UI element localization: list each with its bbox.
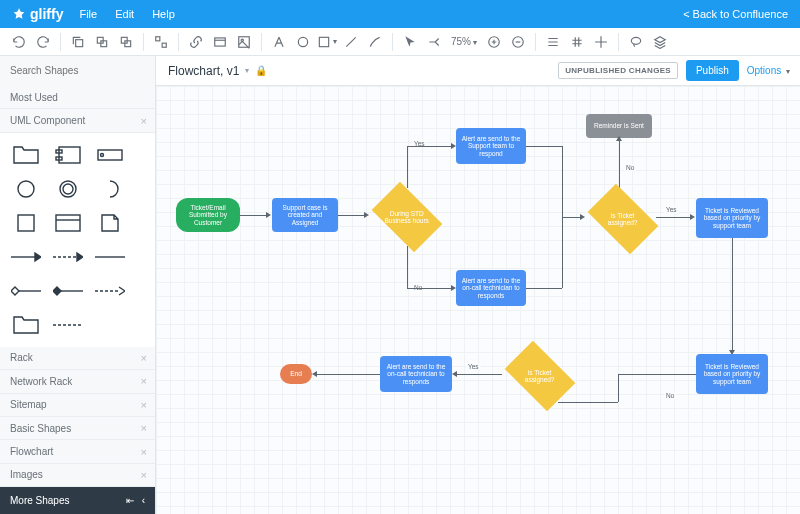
svg-rect-8: [239, 36, 250, 47]
options-dropdown[interactable]: Options ▾: [747, 65, 790, 76]
cat-network-rack[interactable]: Network Rack×: [0, 370, 155, 393]
shape-folder[interactable]: [10, 143, 42, 167]
shape-folder2[interactable]: [10, 313, 42, 337]
node-start[interactable]: Ticket/Email Submitted by Customer: [176, 198, 240, 232]
label-yes: Yes: [664, 206, 679, 213]
search-shapes-input[interactable]: [0, 56, 156, 86]
svg-rect-0: [76, 39, 83, 46]
shape-double-dash-arrow[interactable]: [94, 279, 126, 303]
front-button[interactable]: [91, 31, 113, 53]
cat-flowchart[interactable]: Flowchart×: [0, 440, 155, 463]
canvas[interactable]: Ticket/Email Submitted by Customer Suppo…: [156, 86, 800, 514]
link-button[interactable]: [185, 31, 207, 53]
cat-uml-component[interactable]: UML Component×: [0, 109, 155, 132]
close-icon[interactable]: ×: [141, 399, 147, 411]
shape-diamond-fill-end[interactable]: [52, 279, 84, 303]
more-shapes-button[interactable]: More Shapes ⇤ ‹: [0, 487, 155, 514]
svg-rect-6: [162, 43, 166, 47]
close-icon[interactable]: ×: [141, 469, 147, 481]
back-to-confluence-link[interactable]: < Back to Confluence: [683, 8, 788, 20]
connector-tool[interactable]: [423, 31, 445, 53]
zoom-out[interactable]: [507, 31, 529, 53]
menu-help[interactable]: Help: [152, 8, 175, 20]
shape-note[interactable]: [94, 211, 126, 235]
shape-ring[interactable]: [52, 177, 84, 201]
close-icon[interactable]: ×: [141, 375, 147, 387]
label-no: No: [664, 392, 676, 399]
unpublished-badge: UNPUBLISHED CHANGES: [558, 62, 678, 79]
node-alert-support[interactable]: Alert are send to the Support team to re…: [456, 128, 526, 164]
popup-button[interactable]: [209, 31, 231, 53]
svg-point-20: [18, 181, 34, 197]
cat-most-used[interactable]: Most Used: [0, 86, 155, 109]
menu-edit[interactable]: Edit: [115, 8, 134, 20]
row2: Flowchart, v1 ▾ 🔒 UNPUBLISHED CHANGES Pu…: [0, 56, 800, 86]
label-no: No: [624, 164, 636, 171]
shape-arrow-solid[interactable]: [10, 245, 42, 269]
node-business-hours[interactable]: During STD Business hours: [372, 182, 443, 253]
text-tool[interactable]: [268, 31, 290, 53]
svg-point-14: [631, 37, 640, 44]
redo-button[interactable]: [32, 31, 54, 53]
square-tool[interactable]: ▾: [316, 31, 338, 53]
collapse-icon: ⇤: [126, 495, 134, 506]
circle-tool[interactable]: [292, 31, 314, 53]
pointer-tool[interactable]: [399, 31, 421, 53]
svg-point-22: [63, 184, 73, 194]
close-icon[interactable]: ×: [141, 115, 147, 127]
shape-box[interactable]: [52, 211, 84, 235]
shape-diamond-end[interactable]: [10, 279, 42, 303]
undo-button[interactable]: [8, 31, 30, 53]
shape-sidebar: Most Used UML Component× Rack× Network R…: [0, 86, 156, 514]
node-alert-oncall[interactable]: Alert are send to the on-call technician…: [456, 270, 526, 306]
cat-basic-shapes[interactable]: Basic Shapes×: [0, 417, 155, 440]
svg-rect-18: [98, 150, 122, 160]
node-alert-oncall-2[interactable]: Alert are send to the on-call technician…: [380, 356, 452, 392]
draw-tool[interactable]: [364, 31, 386, 53]
document-title[interactable]: Flowchart, v1 ▾ 🔒: [156, 64, 279, 78]
zoom-in[interactable]: [483, 31, 505, 53]
menu-bar: File Edit Help: [79, 8, 174, 20]
grid-button[interactable]: [566, 31, 588, 53]
toolbar: ▾ 75%▾: [0, 28, 800, 56]
publish-button[interactable]: Publish: [686, 60, 739, 81]
close-icon[interactable]: ×: [141, 446, 147, 458]
shape-line[interactable]: [94, 245, 126, 269]
group-button[interactable]: [150, 31, 172, 53]
close-icon[interactable]: ×: [141, 352, 147, 364]
shape-arrow-dashed[interactable]: [52, 245, 84, 269]
node-create-case[interactable]: Support case is created and Assigned: [272, 198, 338, 232]
node-review-priority-1[interactable]: Ticket is Reviewed based on priority by …: [696, 198, 768, 238]
layers-button[interactable]: [649, 31, 671, 53]
image-button[interactable]: [233, 31, 255, 53]
svg-point-19: [101, 153, 104, 156]
title-dropdown-icon: ▾: [245, 66, 249, 75]
lasso-button[interactable]: [625, 31, 647, 53]
line-tool[interactable]: [340, 31, 362, 53]
svg-rect-7: [215, 37, 226, 45]
close-icon[interactable]: ×: [141, 422, 147, 434]
back-button[interactable]: [115, 31, 137, 53]
zoom-level[interactable]: 75%▾: [447, 36, 481, 47]
shape-halfcircle[interactable]: [94, 177, 126, 201]
cat-rack[interactable]: Rack×: [0, 347, 155, 370]
shape-square[interactable]: [10, 211, 42, 235]
cat-sitemap[interactable]: Sitemap×: [0, 394, 155, 417]
shape-tag[interactable]: [94, 143, 126, 167]
svg-rect-11: [319, 37, 328, 46]
status-bar: UNPUBLISHED CHANGES Publish Options ▾: [548, 60, 800, 81]
menu-file[interactable]: File: [79, 8, 97, 20]
shape-circle[interactable]: [10, 177, 42, 201]
lock-icon: 🔒: [255, 65, 267, 76]
node-review-priority-2[interactable]: Ticket is Reviewed based on priority by …: [696, 354, 768, 394]
node-ticket-assigned-1[interactable]: is Ticket assigned?: [588, 184, 659, 255]
node-end[interactable]: End: [280, 364, 312, 384]
node-ticket-assigned-2[interactable]: is Ticket assigned?: [505, 341, 576, 412]
shape-dashline[interactable]: [52, 313, 84, 337]
shape-component[interactable]: [52, 143, 84, 167]
snap-button[interactable]: [590, 31, 612, 53]
align-button[interactable]: [542, 31, 564, 53]
copy-button[interactable]: [67, 31, 89, 53]
node-reminder[interactable]: Reminder is Sent: [586, 114, 652, 138]
cat-images[interactable]: Images×: [0, 464, 155, 487]
